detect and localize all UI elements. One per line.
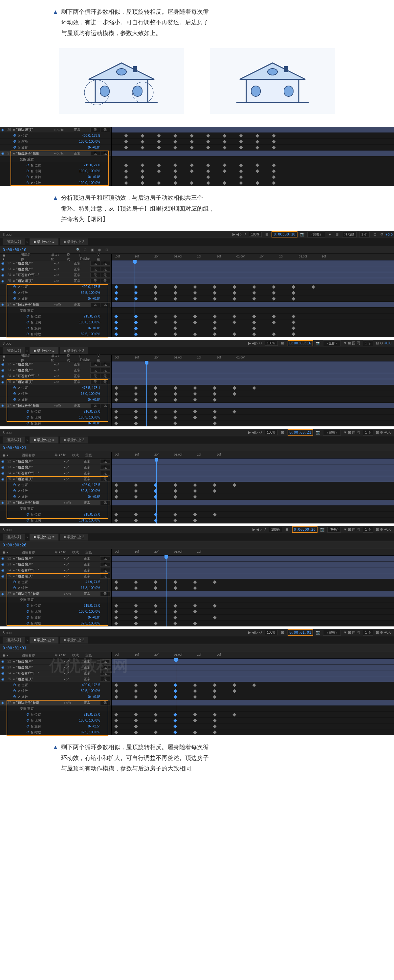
comp-tab-1[interactable]: ■ 毕业作业 ≡ (30, 239, 58, 245)
ae-panel-5: 8 bpc▶ ◀ ▷ ↺ 100%⊞ 0:00:00:26📷 (失败)▼ ⊞ 国… (0, 526, 394, 627)
svg-rect-12 (251, 86, 260, 96)
ae-panel-2: 8 bpc▶ ◀ ▷ ↺ 100% ⊞ 0:00:00:10 📷 （完整） ▼⊞… (0, 231, 394, 337)
comp-tab-2[interactable]: ■ 毕业作业 2 (60, 239, 88, 245)
svg-rect-2 (116, 68, 126, 75)
house-illustrations (0, 48, 394, 114)
ae-panel-6: 优优教程网 8 bpc▶ ◀ ▷ ↺ 100%⊞ 0:00:01:01📷 （完整… (0, 629, 394, 735)
intro-text-1: ▲剩下两个循环参数相似，屋顶旋转相反。屋身随着每次循 环动效，有进一步缩小。可自… (0, 6, 394, 38)
triangle-icon: ▲ (53, 8, 59, 15)
svg-rect-11 (268, 68, 278, 75)
svg-rect-4 (133, 86, 142, 96)
render-queue-tab[interactable]: 渲染队列 (3, 239, 25, 245)
svg-rect-8 (133, 66, 137, 72)
prop-position[interactable]: ⊵ 位置 (18, 134, 28, 138)
svg-rect-13 (284, 86, 293, 96)
intro-text-2: ▲分析顶边房子和屋顶动效，与后边房子动效相似共三个 循环。特别注意，从【顶边房子… (0, 192, 394, 224)
svg-rect-15 (284, 66, 288, 72)
outro-text: ▲剩下两个循环参数相似，屋顶旋转相反。屋身随着每次循 环动效，有缩小和扩大。可自… (0, 742, 394, 774)
svg-rect-3 (100, 86, 109, 96)
ae-panel-3: 8 bpc▶ ◀ ▷ ↺ 100%⊞ 0:00:00:16📷 （全部） ▼ ⊞ … (0, 340, 394, 426)
timecode-display[interactable]: 0:00:00:10 (271, 231, 297, 237)
house-right (210, 48, 335, 114)
ae-panel-1: ◉26★"顶边 屋顶"♦ ◇ / fx正常无无 ⏱⊵ 位置400.0, 175.… (0, 127, 394, 186)
current-time[interactable]: 0:00:00:10 (3, 248, 26, 252)
zoom-dropdown[interactable]: 100% (249, 232, 262, 237)
ae-panel-4: 8 bpc▶ ◀ ▷ ↺ 100%⊞ 0:00:00:21📷 （完整）▼ ⊞ 国… (0, 429, 394, 523)
house-left (59, 48, 184, 114)
prop-rotation[interactable]: ⊵ 旋转 (18, 145, 28, 150)
prop-scale[interactable]: ⊵ 缩放 (18, 139, 28, 144)
